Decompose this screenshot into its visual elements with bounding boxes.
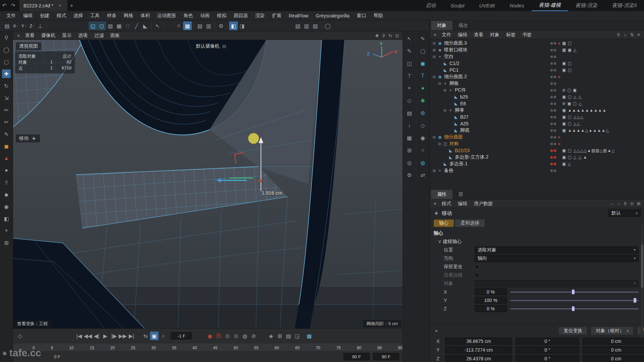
menu-character[interactable]: 角色 — [180, 13, 197, 19]
extrude-tool-icon[interactable]: ⇧ — [2, 178, 11, 187]
keyframe-selection-icon[interactable]: ◈ — [267, 331, 275, 340]
generator-gear-icon[interactable]: ⚙ — [419, 109, 427, 117]
tree-row-symmetry[interactable]: ⊟◫对称× — [430, 140, 644, 147]
slider-z-value[interactable]: 0 % — [475, 305, 507, 312]
zoom-tool-icon[interactable]: ⚲ — [2, 33, 11, 42]
record-parameter-icon[interactable]: ⊘ — [249, 331, 258, 340]
tree-row-e8[interactable]: ◣E8⊘ ▣ ▢ △ — [430, 100, 644, 107]
save-render-settings-icon[interactable]: ▨ — [311, 21, 320, 30]
menu-render[interactable]: 渲染 — [252, 13, 268, 19]
menu-window[interactable]: 窗口 — [353, 13, 370, 19]
expander-icon[interactable]: ⊟ — [432, 55, 437, 59]
document-tab[interactable]: B2223-2.c4d * × — [19, 0, 67, 11]
tag-icons[interactable]: ▣ ▢ — [562, 61, 642, 66]
coordinate-system-icon[interactable]: ⊥ — [36, 21, 45, 30]
tag-icons[interactable]: ▣ ▢ △ △ ▲ — [562, 155, 642, 160]
tree-row-pc1[interactable]: ◣PC1▣ ▢ — [430, 67, 644, 73]
save-layout-icon[interactable]: ▤ — [3, 21, 11, 30]
save-render-view-icon[interactable]: ▧ — [293, 21, 302, 30]
tag-icons[interactable]: ▦ ▢ — [562, 41, 642, 46]
expander-icon[interactable]: ⊞ — [432, 48, 437, 52]
close-tab-icon[interactable]: × — [57, 2, 63, 9]
tree-row-nozzle-module[interactable]: ⊞◈喷射口模块▦ ▣ △ — [430, 47, 644, 53]
coord-z-position[interactable]: 26.4378 cm — [445, 355, 512, 362]
subtab-soft-selection[interactable]: 柔和选择 — [455, 220, 485, 227]
menu-tools[interactable]: 工具 — [87, 13, 103, 19]
anchor-icon[interactable]: ⌖ — [405, 84, 414, 93]
texture-mode-icon[interactable]: ▨ — [106, 21, 115, 30]
powerslider-icon[interactable]: ▦ — [305, 331, 314, 340]
tree-row-backup[interactable]: ⊞⌖备份 — [430, 167, 644, 174]
tree-row-pc-part[interactable]: ⊟⌖PC件⊘ ▢ ▣ — [430, 87, 644, 94]
tree-row-b25[interactable]: ◣b25▣ ▢ △ △ — [430, 94, 644, 100]
render-picture-viewer-icon[interactable]: ▥ — [204, 21, 213, 30]
slider-x-value[interactable]: 0 % — [475, 288, 507, 295]
menu-mesh[interactable]: 网格 — [120, 13, 137, 19]
keep-changes-checkbox[interactable] — [475, 264, 479, 269]
menu-file[interactable]: 文件 — [3, 13, 19, 19]
om-menu-file[interactable]: 文件 — [438, 32, 454, 38]
tweak-mode-icon[interactable]: ↖ — [153, 21, 162, 30]
expander-icon[interactable]: ⊟ — [432, 41, 437, 46]
save-render-pv-icon[interactable]: ▥ — [302, 21, 311, 30]
timeline-ruler[interactable]: 051015202530354045505560657075808590 — [13, 343, 402, 352]
om-search-icon[interactable]: ⚲ — [615, 32, 622, 38]
axis-z-lock-button[interactable]: Z▫ — [28, 23, 36, 29]
axis-x-lock-button[interactable]: X▫ — [11, 23, 20, 29]
render-view-icon[interactable]: ▧ — [196, 21, 204, 30]
slider-x[interactable] — [510, 290, 639, 294]
vmenu-view[interactable]: 查看 — [22, 33, 38, 39]
sphere-object-icon[interactable]: ● — [419, 84, 427, 93]
undo-icon[interactable]: ↶ — [0, 1, 9, 10]
go-end-icon[interactable]: ▶| — [127, 331, 136, 340]
snap-settings-icon[interactable]: ⌗ — [174, 21, 183, 30]
tree-row-b2223[interactable]: ◣B22/23▣ ▢ △△△△▲▨▨△▨▲△ — [430, 147, 644, 154]
polygon-pen-icon[interactable]: ✎ — [2, 130, 11, 138]
layout-tab-render[interactable]: 夜猫-渲染 — [568, 0, 605, 11]
sound-icon[interactable]: ♪ — [159, 331, 167, 340]
tag-icons[interactable]: ▣ ▢ △△ — [562, 121, 642, 126]
slider-y[interactable] — [510, 298, 639, 303]
drop-to-floor-icon[interactable]: ↓ — [405, 121, 414, 130]
record-rotation-icon[interactable]: ◍ — [240, 331, 249, 340]
subtab-axis[interactable]: 轴心 — [434, 220, 454, 227]
vmenu-camera[interactable]: 摄像机 — [38, 33, 59, 39]
om-menu-bookmarks[interactable]: 书签 — [519, 32, 535, 38]
layout-tab-uvedit[interactable]: UVEdit — [472, 0, 502, 11]
attributes-scrollbar[interactable] — [641, 224, 643, 338]
add-tab-icon[interactable]: + — [67, 1, 76, 10]
tag-icons[interactable]: ▣ ▢ — [562, 68, 642, 72]
mirror-tool-icon[interactable]: ◧ — [2, 214, 11, 223]
keyframe-presets-icon[interactable]: ⊞ — [275, 331, 284, 340]
mirror-setup-icon[interactable]: ◫ — [405, 59, 414, 68]
render-settings-icon[interactable]: ⚙ — [217, 21, 225, 30]
vmenu-display[interactable]: 显示 — [59, 33, 75, 39]
text-object-icon[interactable]: T — [419, 71, 427, 80]
menu-edit[interactable]: 编辑 — [19, 13, 36, 19]
enable-snap-icon[interactable]: ▩ — [183, 21, 192, 30]
tag-icons[interactable]: ⊘ ▣ ▢ △ — [562, 101, 642, 106]
target-icon[interactable]: ◎ — [405, 158, 414, 167]
om-menu-tags[interactable]: 标签 — [503, 32, 519, 38]
coord-z-rotation[interactable]: 0 ° — [516, 355, 579, 362]
tab-attributes[interactable]: 属性 — [431, 190, 452, 199]
tree-row-poly1[interactable]: ◣多边形.1▣ △ — [430, 161, 644, 167]
position-dropdown[interactable]: 选取对象 ▾ — [475, 246, 639, 254]
snap-tool-icon[interactable]: ⊞ — [2, 238, 11, 247]
coord-mode-button[interactable]: 对象（相对） ▾ — [591, 326, 634, 335]
scrollbar-thumb[interactable] — [641, 244, 643, 288]
attr-menu-mode[interactable]: 模式 — [438, 201, 454, 207]
live-selection-icon[interactable]: ◯ — [2, 45, 11, 54]
bevel-tool-icon[interactable]: ◆ — [2, 190, 11, 199]
environment-icon[interactable]: ◍ — [419, 158, 427, 167]
reset-transform-button[interactable]: 复位变换 — [558, 326, 587, 335]
axis-y-lock-button[interactable]: Y▫ — [20, 23, 28, 29]
expander-icon[interactable]: ⊟ — [437, 142, 442, 146]
menu-volume[interactable]: 体积 — [137, 13, 154, 19]
attr-menu-userdata[interactable]: 用户数据 — [471, 201, 496, 207]
autokey-icon[interactable]: ▣ — [150, 331, 159, 340]
cube-object-icon[interactable]: ◼ — [419, 59, 427, 68]
om-sort-icon[interactable]: ⇅ — [629, 32, 635, 38]
rotate-view-icon[interactable]: ↻ — [387, 32, 394, 39]
vmenu-options[interactable]: 选项 — [75, 33, 91, 39]
